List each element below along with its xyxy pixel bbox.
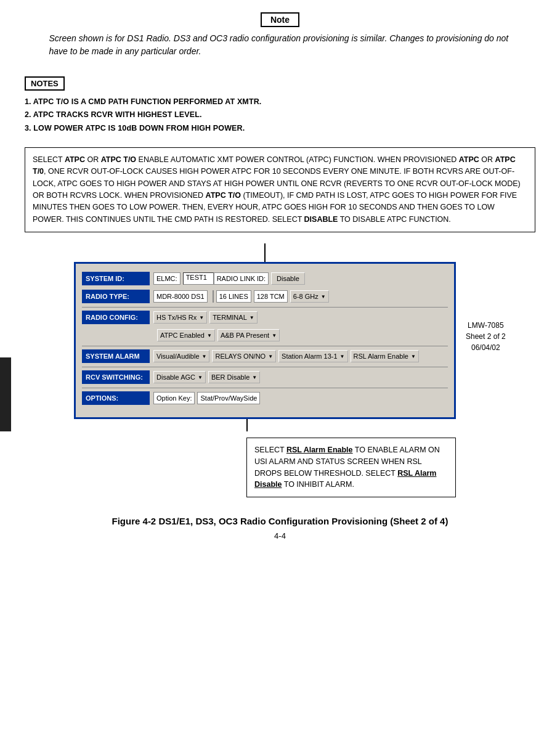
radio-config-row: RADIO CONFIG:HS Tx/HS Rx▼TERMINAL▼ — [82, 310, 448, 325]
system-alarm-row: SYSTEM ALARMVisual/Audible▼RELAYS ON/NO▼… — [82, 349, 448, 364]
connector-line-top — [264, 243, 266, 262]
system-alarm-row-dropdown-2[interactable]: Station Alarm 13-1▼ — [278, 350, 347, 362]
options-row-text-0: Option Key: — [153, 392, 195, 404]
radio-type-row-dropdown-4[interactable]: 6-8 GHz▼ — [290, 290, 329, 303]
notes-label: NOTES — [25, 76, 65, 91]
radio-config-row-label: RADIO CONFIG: — [82, 311, 150, 324]
screen-and-aside: SYSTEM ID:ELMC:TEST1RADIO LINK ID:Disabl… — [74, 243, 535, 419]
radio-type-row-text-3: 128 TCM — [254, 290, 288, 303]
atpc-row: ATPC Enabled▼A&B PA Present▼ — [82, 328, 448, 343]
radio-type-row-divider — [213, 290, 214, 303]
lmw-line2: Sheet 2 of 2 — [466, 331, 506, 342]
notes-list: 1. ATPC T/O IS A CMD PATH FUNCTION PERFO… — [25, 96, 535, 135]
lmw-line1: LMW-7085 — [466, 320, 506, 331]
rcv-switching-row-dropdown-1[interactable]: BER Disable▼ — [208, 371, 260, 383]
info-box: SELECT ATPC OR ATPC T/O ENABLE AUTOMATIC… — [25, 147, 535, 232]
lmw-info: LMW-7085 Sheet 2 of 2 06/04/02 — [466, 320, 506, 353]
options-row-label: OPTIONS: — [82, 391, 150, 405]
system-alarm-row-dropdown-1[interactable]: RELAYS ON/NO▼ — [212, 350, 276, 362]
callout-section: SELECT RSL Alarm Enable TO ENABLE ALARM … — [74, 419, 462, 497]
ui-screen: SYSTEM ID:ELMC:TEST1RADIO LINK ID:Disabl… — [74, 262, 456, 419]
system-alarm-row-dropdown-3[interactable]: RSL Alarm Enable▼ — [351, 350, 419, 362]
figure-caption: Figure 4-2 DS1/E1, DS3, OC3 Radio Config… — [25, 516, 535, 526]
radio-config-row-dropdown-1[interactable]: TERMINAL▼ — [209, 311, 258, 324]
radio-config-row-dropdown-0[interactable]: HS Tx/HS Rx▼ — [153, 311, 207, 324]
notes-item-3: 3. LOW POWER ATPC IS 10dB DOWN FROM HIGH… — [25, 122, 535, 135]
system-alarm-row-dropdown-0[interactable]: Visual/Audible▼ — [153, 350, 209, 362]
aside-right: LMW-7085 Sheet 2 of 2 06/04/02 — [466, 317, 530, 353]
note-section: Note Screen shown is for DS1 Radio. DS3 … — [25, 12, 535, 58]
connector-line-bottom — [246, 419, 248, 431]
atpc-row-dropdown-1[interactable]: A&B PA Present▼ — [217, 329, 280, 341]
rcv-switching-row-label: RCV SWITCHING: — [82, 370, 150, 384]
system-id-row: SYSTEM ID:ELMC:TEST1RADIO LINK ID:Disabl… — [82, 271, 448, 286]
rcv-switching-row-dropdown-0[interactable]: Disable AGC▼ — [153, 371, 206, 383]
options-row-text-1: Stat/Prov/WaySide — [197, 392, 260, 404]
notes-item-2: 2. ATPC TRACKS RCVR WITH HIGHEST LEVEL. — [25, 108, 535, 121]
system-id-row-text-0: ELMC: — [153, 272, 181, 285]
system-id-row-text-2: RADIO LINK ID: — [214, 272, 269, 285]
note-text: Screen shown is for DS1 Radio. DS3 and O… — [49, 32, 511, 58]
system-id-row-input-1[interactable]: TEST1 — [183, 272, 214, 285]
system-id-row-label: SYSTEM ID: — [82, 272, 150, 285]
system-alarm-row-label: SYSTEM ALARM — [82, 349, 150, 363]
screenshot-area: SYSTEM ID:ELMC:TEST1RADIO LINK ID:Disabl… — [25, 243, 535, 497]
notes-section: NOTES 1. ATPC T/O IS A CMD PATH FUNCTION… — [25, 76, 535, 135]
side-bar — [0, 357, 11, 431]
rcv-switching-row: RCV SWITCHING:Disable AGC▼BER Disable▼ — [82, 370, 448, 385]
lmw-line3: 06/04/02 — [466, 342, 506, 353]
radio-type-row: RADIO TYPE:MDR-8000 DS116 LINES128 TCM6-… — [82, 289, 448, 304]
radio-type-row-text-2: 16 LINES — [216, 290, 251, 303]
radio-type-row-label: RADIO TYPE: — [82, 290, 150, 303]
system-id-row-button-3[interactable]: Disable — [271, 272, 305, 285]
atpc-row-dropdown-0[interactable]: ATPC Enabled▼ — [157, 329, 215, 341]
note-label: Note — [261, 12, 299, 27]
page-number: 4-4 — [25, 531, 535, 540]
options-row: OPTIONS:Option Key:Stat/Prov/WaySide — [82, 391, 448, 406]
notes-item-1: 1. ATPC T/O IS A CMD PATH FUNCTION PERFO… — [25, 96, 535, 108]
callout-box: SELECT RSL Alarm Enable TO ENABLE ALARM … — [246, 438, 456, 497]
radio-type-row-text-0: MDR-8000 DS1 — [153, 290, 208, 303]
